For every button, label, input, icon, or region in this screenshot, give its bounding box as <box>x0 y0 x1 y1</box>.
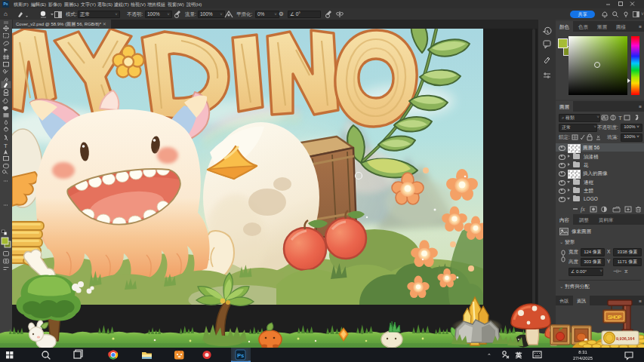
svg-text:8:31: 8:31 <box>578 350 587 354</box>
svg-text:T: T <box>4 143 8 149</box>
svg-text:Ps: Ps <box>237 352 244 359</box>
svg-text:SHOP: SHOP <box>608 314 622 320</box>
svg-text:⌃: ⌃ <box>487 353 491 358</box>
svg-text:英: 英 <box>515 351 522 359</box>
svg-text:fx: fx <box>581 206 585 213</box>
svg-text:T: T <box>618 115 622 121</box>
svg-text:27/4/2025: 27/4/2025 <box>573 356 593 360</box>
svg-text:9,936,164: 9,936,164 <box>616 336 635 341</box>
